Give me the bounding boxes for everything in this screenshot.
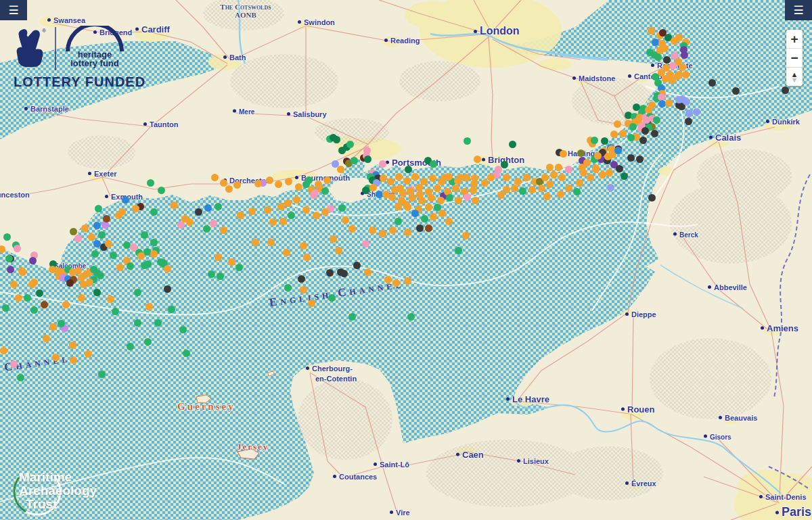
site-marker[interactable] [203,225,210,233]
site-marker[interactable] [675,34,683,41]
site-marker[interactable] [404,229,411,236]
site-marker[interactable] [576,179,583,187]
site-marker[interactable] [732,87,740,95]
site-marker[interactable] [127,343,134,350]
site-marker[interactable] [150,250,158,258]
site-marker[interactable] [254,180,262,187]
site-marker[interactable] [28,281,36,288]
site-marker[interactable] [80,281,87,288]
site-marker[interactable] [557,191,564,198]
site-marker[interactable] [179,326,187,333]
site-marker[interactable] [669,62,677,70]
site-marker[interactable] [14,245,21,252]
site-marker[interactable] [421,215,428,222]
site-marker[interactable] [150,208,158,216]
site-marker[interactable] [168,306,175,313]
site-marker[interactable] [85,350,92,358]
site-marker[interactable] [514,178,522,185]
site-marker[interactable] [154,319,162,327]
site-marker[interactable] [418,197,426,204]
site-marker[interactable] [411,173,419,181]
site-marker[interactable] [303,254,311,261]
site-marker[interactable] [275,181,282,188]
site-marker[interactable] [395,173,403,181]
site-marker[interactable] [98,371,106,378]
site-marker[interactable] [519,187,526,195]
site-marker[interactable] [438,178,445,185]
site-marker[interactable] [217,273,224,280]
site-marker[interactable] [3,233,11,241]
site-marker[interactable] [369,227,376,234]
site-marker[interactable] [300,286,307,293]
site-marker[interactable] [651,130,658,137]
site-marker[interactable] [403,201,410,208]
site-marker[interactable] [210,220,217,227]
site-marker[interactable] [397,185,404,192]
site-marker[interactable] [29,257,37,264]
site-marker[interactable] [416,224,424,232]
site-marker[interactable] [619,130,627,137]
site-marker[interactable] [308,300,315,307]
site-marker[interactable] [487,174,495,181]
site-marker[interactable] [560,150,567,158]
site-marker[interactable] [463,174,470,181]
site-marker[interactable] [122,196,129,204]
site-marker[interactable] [342,216,349,224]
site-marker[interactable] [509,141,516,148]
site-marker[interactable] [782,87,789,94]
site-marker[interactable] [503,174,510,181]
site-marker[interactable] [652,39,659,46]
site-marker[interactable] [0,245,5,253]
site-marker[interactable] [93,289,101,296]
site-marker[interactable] [62,301,70,308]
site-marker[interactable] [558,174,566,181]
site-marker[interactable] [627,154,635,162]
site-marker[interactable] [93,222,101,229]
site-marker[interactable] [455,197,462,204]
site-marker[interactable] [661,45,669,52]
site-marker[interactable] [98,231,106,239]
site-marker[interactable] [220,179,227,187]
site-marker[interactable] [348,313,356,321]
site-marker[interactable] [112,308,119,315]
site-marker[interactable] [300,242,307,250]
site-marker[interactable] [470,187,477,194]
site-marker[interactable] [454,177,461,185]
site-marker[interactable] [248,208,256,215]
site-marker[interactable] [10,360,18,368]
site-marker[interactable] [235,264,243,271]
site-marker[interactable] [215,254,222,261]
site-marker[interactable] [471,174,478,182]
site-marker[interactable] [629,123,637,131]
site-marker[interactable] [134,319,141,327]
site-marker[interactable] [639,137,647,144]
site-marker[interactable] [302,206,310,214]
site-marker[interactable] [252,239,259,246]
site-marker[interactable] [592,166,600,173]
site-marker[interactable] [607,184,614,191]
site-marker[interactable] [392,279,400,287]
site-marker[interactable] [24,294,31,302]
site-marker[interactable] [528,186,536,193]
site-marker[interactable] [43,335,50,342]
site-marker[interactable] [665,99,673,107]
site-marker[interactable] [555,164,562,171]
site-marker[interactable] [19,268,26,276]
site-marker[interactable] [636,156,644,163]
site-marker[interactable] [415,184,423,191]
site-marker[interactable] [267,239,275,246]
site-marker[interactable] [604,153,612,160]
site-marker[interactable] [663,56,671,64]
site-marker[interactable] [474,156,481,163]
site-marker[interactable] [58,320,65,327]
site-marker[interactable] [394,203,402,210]
site-marker[interactable] [137,252,145,260]
site-marker[interactable] [338,204,346,212]
site-marker[interactable] [5,255,13,262]
right-menu-button[interactable]: ☰ [785,0,812,20]
site-marker[interactable] [228,258,235,266]
site-marker[interactable] [103,215,110,222]
site-marker[interactable] [323,176,331,184]
site-marker[interactable] [606,169,613,176]
site-marker[interactable] [164,285,171,293]
